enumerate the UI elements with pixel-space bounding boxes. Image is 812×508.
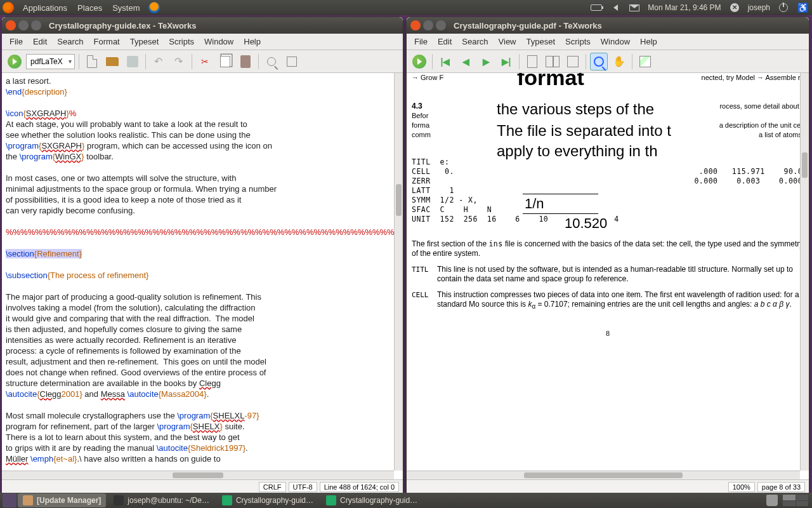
volume-icon[interactable] [610, 3, 621, 12]
close-icon[interactable] [6, 20, 16, 30]
magnified-text: 1/n [523, 194, 598, 214]
menu-help[interactable]: Help [635, 36, 662, 48]
pdf-bg-text: → Grow F nected, try Model → Assemble re [412, 73, 804, 83]
menu-file[interactable]: File [409, 36, 433, 48]
editor-titlebar[interactable]: Crystallography-guide.tex - TeXworks [2, 17, 403, 34]
pdf-view[interactable]: → Grow F nected, try Model → Assemble re… [407, 73, 809, 479]
menu-window[interactable]: Window [596, 36, 635, 48]
magnified-text: 10.520 [562, 214, 610, 233]
magnified-text: the various steps of the [494, 100, 657, 119]
trash-icon[interactable] [766, 495, 778, 506]
prev-page-button[interactable] [457, 53, 475, 70]
menu-help[interactable]: Help [239, 36, 266, 48]
fit-width-button[interactable] [564, 53, 582, 70]
status-encoding[interactable]: UTF-8 [289, 482, 317, 492]
search-button[interactable] [263, 53, 280, 70]
page-number: 8 [412, 329, 804, 338]
copy-button[interactable] [216, 53, 234, 70]
battery-icon[interactable] [591, 3, 602, 12]
user-name[interactable]: joseph [744, 3, 774, 12]
magnified-text: The file is separated into t [494, 121, 674, 140]
mail-icon[interactable] [629, 3, 640, 12]
magnified-text: format [514, 73, 587, 87]
editor-title: Crystallography-guide.tex - TeXworks [49, 21, 196, 30]
minimize-icon[interactable] [18, 20, 29, 30]
pan-button[interactable]: ✋ [610, 53, 628, 70]
menu-scripts[interactable]: Scripts [560, 36, 596, 48]
firefox-icon[interactable] [148, 2, 160, 13]
task-texworks-editor[interactable]: Crystallography-guid… [217, 493, 318, 507]
source-editor[interactable]: a last resort. \end{description} \icon{S… [2, 73, 403, 479]
zoom-button[interactable] [590, 53, 608, 70]
two-page-button[interactable] [544, 53, 561, 70]
paste-button[interactable] [237, 53, 254, 70]
maximize-icon[interactable] [436, 20, 446, 30]
undo-button[interactable]: ↶ [150, 53, 167, 70]
first-page-button[interactable] [436, 53, 454, 70]
magnified-text: apply to everything in th [494, 142, 660, 161]
tex-editor-window: Crystallography-guide.tex - TeXworks Fil… [1, 17, 403, 494]
task-texworks-viewer[interactable]: Crystallography-guid… [321, 493, 422, 507]
next-page-button[interactable] [477, 53, 495, 70]
status-position: Line 488 of 1624; col 0 [320, 482, 399, 492]
apps-menu[interactable]: Applications [18, 3, 72, 13]
open-button[interactable] [103, 53, 121, 70]
ubuntu-logo-icon [3, 2, 14, 13]
menu-file[interactable]: File [4, 36, 28, 48]
viewer-hscroll[interactable] [407, 471, 800, 479]
close-icon[interactable] [410, 20, 421, 30]
typeset-button[interactable] [410, 53, 428, 70]
accessibility-icon[interactable]: ♿ [797, 3, 808, 12]
single-page-button[interactable] [523, 53, 541, 70]
workspace-switcher[interactable] [783, 495, 808, 506]
bottom-panel: [Update Manager] joseph@ubuntu: ~/De… Cr… [0, 493, 812, 508]
places-menu[interactable]: Places [72, 3, 107, 13]
menu-edit[interactable]: Edit [433, 36, 457, 48]
menu-window[interactable]: Window [199, 36, 239, 48]
status-eol[interactable]: CRLF [259, 482, 286, 492]
replace-button[interactable] [283, 53, 301, 70]
task-update-manager[interactable]: [Update Manager] [18, 493, 106, 507]
menu-scripts[interactable]: Scripts [164, 36, 199, 48]
status-page[interactable]: page 8 of 33 [757, 482, 805, 492]
menu-edit[interactable]: Edit [28, 36, 52, 48]
viewer-menubar: File Edit Search View Typeset Scripts Wi… [407, 34, 809, 50]
menu-search[interactable]: Search [457, 36, 493, 48]
editor-hscroll[interactable] [2, 471, 394, 479]
new-button[interactable] [83, 53, 101, 70]
maximize-icon[interactable] [31, 20, 41, 30]
sync-button[interactable] [636, 53, 654, 70]
last-page-button[interactable] [497, 53, 515, 70]
viewer-toolbar: ✋ [407, 50, 809, 73]
menu-typeset[interactable]: Typeset [521, 36, 561, 48]
menu-typeset[interactable]: Typeset [125, 36, 164, 48]
minimize-icon[interactable] [423, 20, 433, 30]
save-button[interactable] [124, 53, 141, 70]
editor-toolbar: pdfLaTeX ↶ ↷ ✂ [2, 50, 403, 73]
typeset-button[interactable] [6, 53, 23, 70]
viewer-title: Crystallography-guide.pdf - TeXworks [454, 21, 602, 30]
viewer-statusbar: 100% page 8 of 33 [407, 479, 809, 493]
menu-format[interactable]: Format [89, 36, 125, 48]
viewer-vscroll[interactable] [800, 73, 809, 471]
pdf-viewer-window: Crystallography-guide.pdf - TeXworks Fil… [406, 17, 809, 494]
logout-icon[interactable]: ✕ [729, 3, 740, 12]
top-panel: Applications Places System Mon Mar 21, 9… [0, 0, 812, 15]
power-icon[interactable] [778, 3, 789, 12]
engine-dropdown[interactable]: pdfLaTeX [26, 54, 75, 69]
menu-search[interactable]: Search [52, 36, 88, 48]
redo-button[interactable]: ↷ [170, 53, 188, 70]
editor-menubar: File Edit Search Format Typeset Scripts … [2, 34, 403, 50]
task-terminal[interactable]: joseph@ubuntu: ~/De… [108, 493, 214, 507]
editor-vscroll[interactable] [394, 73, 403, 471]
status-zoom[interactable]: 100% [728, 482, 755, 492]
editor-statusbar: CRLF UTF-8 Line 488 of 1624; col 0 [2, 479, 403, 493]
clock[interactable]: Mon Mar 21, 9:46 PM [644, 3, 724, 12]
viewer-titlebar[interactable]: Crystallography-guide.pdf - TeXworks [407, 17, 809, 34]
menu-view[interactable]: View [494, 36, 521, 48]
system-menu[interactable]: System [107, 3, 145, 13]
show-desktop-button[interactable] [3, 493, 16, 507]
cut-button[interactable]: ✂ [196, 53, 214, 70]
